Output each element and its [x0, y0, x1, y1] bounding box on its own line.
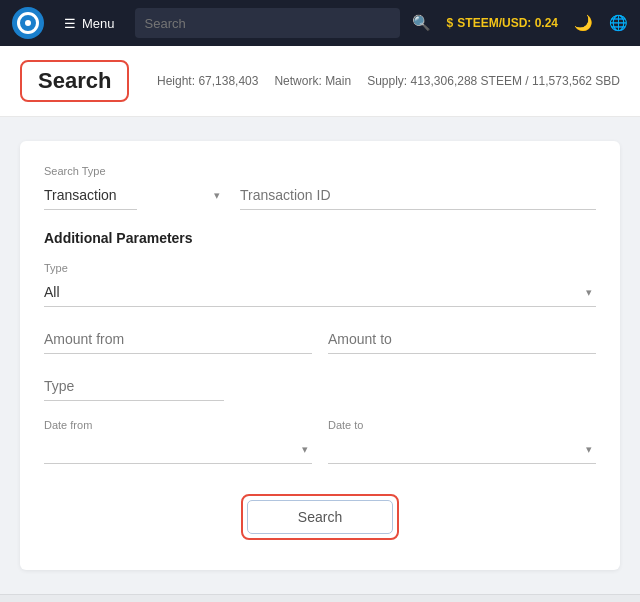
- header-info: Height: 67,138,403 Network: Main Supply:…: [157, 74, 620, 88]
- date-from-select[interactable]: [44, 435, 312, 464]
- search-btn-container: Search: [44, 494, 596, 540]
- price-display: $ STEEM/USD: 0.24: [447, 16, 558, 30]
- amount-to-group: [328, 325, 596, 354]
- additional-params-section: Additional Parameters Type All Transfer …: [44, 230, 596, 464]
- transaction-id-group: [240, 181, 596, 210]
- menu-label: Menu: [82, 16, 115, 31]
- nav-search-input[interactable]: [135, 8, 400, 38]
- date-from-group: Date from: [44, 419, 312, 464]
- type-group: Type All Transfer Vote Comment Custom JS…: [44, 262, 596, 307]
- search-type-select[interactable]: Transaction Account Block: [44, 181, 137, 210]
- search-btn-wrapper: Search: [241, 494, 399, 540]
- type-label: Type: [44, 262, 596, 274]
- search-button[interactable]: Search: [247, 500, 393, 534]
- hamburger-icon: ☰: [64, 16, 76, 31]
- date-from-select-wrapper: [44, 435, 312, 464]
- type-select-wrapper: All Transfer Vote Comment Custom JSON: [44, 278, 596, 307]
- globe-icon[interactable]: 🌐: [609, 14, 628, 32]
- date-to-group: Date to: [328, 419, 596, 464]
- date-to-label: Date to: [328, 419, 596, 431]
- transaction-id-input[interactable]: [240, 181, 596, 210]
- search-type-label: Search Type: [44, 165, 224, 177]
- page-title-box: Search: [20, 60, 129, 102]
- search-type-select-wrapper: Transaction Account Block: [44, 181, 224, 210]
- page-header: Search Height: 67,138,403 Network: Main …: [0, 46, 640, 117]
- search-type-row: Search Type Transaction Account Block: [44, 165, 596, 210]
- amount-to-input[interactable]: [328, 325, 596, 354]
- additional-params-title: Additional Parameters: [44, 230, 596, 246]
- dollar-icon: $: [447, 16, 454, 30]
- type-text-group: [44, 372, 224, 401]
- network-info: Network: Main: [274, 74, 351, 88]
- main-content: Search Type Transaction Account Block Ad…: [0, 117, 640, 594]
- page-title: Search: [38, 68, 111, 94]
- amounts-row: [44, 325, 596, 354]
- amount-from-group: [44, 325, 312, 354]
- type-text-input[interactable]: [44, 372, 224, 401]
- logo[interactable]: [12, 7, 44, 39]
- date-to-select[interactable]: [328, 435, 596, 464]
- search-form-card: Search Type Transaction Account Block Ad…: [20, 141, 620, 570]
- search-icon[interactable]: 🔍: [412, 14, 431, 32]
- dark-mode-icon[interactable]: 🌙: [574, 14, 593, 32]
- search-type-group: Search Type Transaction Account Block: [44, 165, 224, 210]
- dates-row: Date from Date to: [44, 419, 596, 464]
- type-select[interactable]: All Transfer Vote Comment Custom JSON: [44, 278, 596, 307]
- date-to-select-wrapper: [328, 435, 596, 464]
- amount-from-input[interactable]: [44, 325, 312, 354]
- navbar: ☰ Menu 🔍 $ STEEM/USD: 0.24 🌙 🌐: [0, 0, 640, 46]
- nav-icons: 🔍 $ STEEM/USD: 0.24 🌙 🌐: [412, 14, 628, 32]
- footer: Made by Futureshock | Version: 0.0.4 | D…: [0, 594, 640, 602]
- price-label: STEEM/USD: 0.24: [457, 16, 558, 30]
- supply-info: Supply: 413,306,288 STEEM / 11,573,562 S…: [367, 74, 620, 88]
- date-from-label: Date from: [44, 419, 312, 431]
- logo-icon: [17, 12, 39, 34]
- height-info: Height: 67,138,403: [157, 74, 258, 88]
- menu-button[interactable]: ☰ Menu: [56, 12, 123, 35]
